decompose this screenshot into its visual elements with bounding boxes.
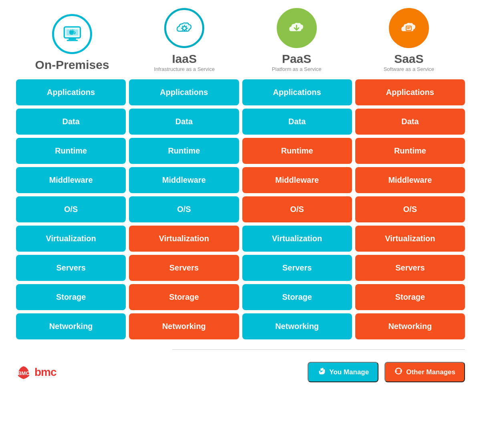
cell-1-3: Data xyxy=(355,109,465,135)
svg-rect-2 xyxy=(66,40,78,41)
cell-3-0: Middleware xyxy=(16,167,126,193)
cell-8-2: Networking xyxy=(242,313,352,339)
other-manages-label: Other Manages xyxy=(406,368,455,376)
you-manage-label: You Manage xyxy=(329,368,369,376)
cell-2-0: Runtime xyxy=(16,138,126,164)
cell-5-2: Virtualization xyxy=(242,226,352,252)
download-cloud-icon xyxy=(286,17,308,39)
other-manages-button[interactable]: Other Manages xyxy=(384,362,465,382)
cell-0-2: Applications xyxy=(242,79,352,105)
cell-7-3: Storage xyxy=(355,284,465,310)
cell-5-1: Virtualization xyxy=(129,226,239,252)
cell-5-0: Virtualization xyxy=(16,226,126,252)
cell-2-3: Runtime xyxy=(355,138,465,164)
saas-icon-circle xyxy=(389,8,429,48)
grid-row: MiddlewareMiddlewareMiddlewareMiddleware xyxy=(16,167,465,193)
bmc-logo: BMC bmc xyxy=(16,365,56,380)
svg-rect-5 xyxy=(69,30,74,34)
gear-cloud-icon xyxy=(173,17,195,39)
cell-8-1: Networking xyxy=(129,313,239,339)
cell-1-0: Data xyxy=(16,109,126,135)
column-header-paas: PaaS Platform as a Service xyxy=(243,8,351,72)
cell-7-0: Storage xyxy=(16,284,126,310)
grid-row: StorageStorageStorageStorage xyxy=(16,284,465,310)
cell-7-2: Storage xyxy=(242,284,352,310)
cell-2-2: Runtime xyxy=(242,138,352,164)
grid-row: O/SO/SO/SO/S xyxy=(16,196,465,222)
legend-buttons: You Manage Other Manages xyxy=(308,362,465,382)
paas-title: PaaS xyxy=(282,52,311,65)
cell-0-1: Applications xyxy=(129,79,239,105)
header-row: On-Premises IaaS Infrastructure as a Ser… xyxy=(12,8,469,72)
svg-rect-1 xyxy=(68,38,76,40)
hand-icon xyxy=(317,367,326,377)
cycle-svg xyxy=(394,367,403,375)
saas-subtitle: Software as a Service xyxy=(384,66,434,72)
on-premises-icon-circle xyxy=(52,14,92,54)
cell-6-1: Servers xyxy=(129,255,239,281)
cell-4-0: O/S xyxy=(16,196,126,222)
cell-4-2: O/S xyxy=(242,196,352,222)
cell-1-2: Data xyxy=(242,109,352,135)
cell-3-3: Middleware xyxy=(355,167,465,193)
column-header-iaas: IaaS Infrastructure as a Service xyxy=(130,8,238,72)
iaas-icon-circle xyxy=(164,8,204,48)
you-manage-button[interactable]: You Manage xyxy=(308,362,378,382)
grid-row: DataDataDataData xyxy=(16,109,465,135)
cell-0-0: Applications xyxy=(16,79,126,105)
cell-6-0: Servers xyxy=(16,255,126,281)
svg-rect-6 xyxy=(70,34,73,34)
cell-6-2: Servers xyxy=(242,255,352,281)
paas-icon-circle xyxy=(277,8,317,48)
cell-1-1: Data xyxy=(129,109,239,135)
cell-8-0: Networking xyxy=(16,313,126,339)
grid-row: ApplicationsApplicationsApplicationsAppl… xyxy=(16,79,465,105)
grid-row: ServersServersServersServers xyxy=(16,255,465,281)
cell-4-3: O/S xyxy=(355,196,465,222)
main-container: On-Premises IaaS Infrastructure as a Ser… xyxy=(0,0,481,390)
column-header-saas: SaaS Software as a Service xyxy=(355,8,463,72)
cell-2-1: Runtime xyxy=(129,138,239,164)
svg-text:BMC: BMC xyxy=(18,370,30,376)
column-header-on-premises: On-Premises xyxy=(18,14,126,72)
on-premises-title: On-Premises xyxy=(35,58,109,71)
grid-row: RuntimeRuntimeRuntimeRuntime xyxy=(16,138,465,164)
grid-row: NetworkingNetworkingNetworkingNetworking xyxy=(16,313,465,339)
grid-row: VirtualizationVirtualizationVirtualizati… xyxy=(16,226,465,252)
cell-8-3: Networking xyxy=(355,313,465,339)
cell-5-3: Virtualization xyxy=(355,226,465,252)
cell-4-1: O/S xyxy=(129,196,239,222)
cell-3-1: Middleware xyxy=(129,167,239,193)
cell-6-3: Servers xyxy=(355,255,465,281)
cell-7-1: Storage xyxy=(129,284,239,310)
footer-area: BMC bmc You Manage xyxy=(12,362,469,390)
grid-table: ApplicationsApplicationsApplicationsAppl… xyxy=(12,79,469,339)
cell-0-3: Applications xyxy=(355,79,465,105)
paas-subtitle: Platform as a Service xyxy=(272,66,322,72)
monitor-icon xyxy=(61,23,83,45)
hand-svg xyxy=(317,367,326,375)
bmc-logo-text: bmc xyxy=(34,366,56,379)
saas-title: SaaS xyxy=(394,52,423,65)
cycle-icon xyxy=(394,367,403,377)
iaas-subtitle: Infrastructure as a Service xyxy=(154,66,215,72)
cell-3-2: Middleware xyxy=(242,167,352,193)
doc-cloud-icon xyxy=(398,17,420,39)
iaas-title: IaaS xyxy=(172,52,197,65)
bmc-icon: BMC xyxy=(16,365,31,380)
